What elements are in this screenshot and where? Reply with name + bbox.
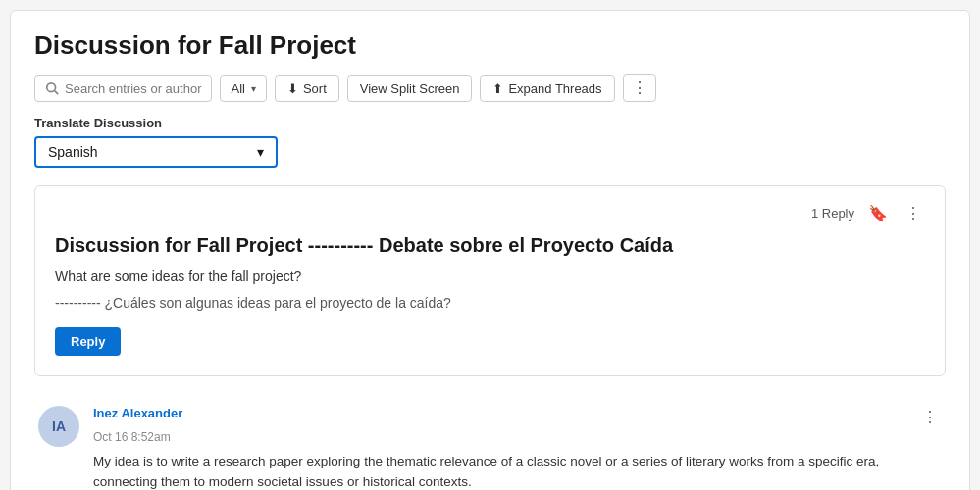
discussion-card-translation: ---------- ¿Cuáles son algunas ideas par…: [55, 293, 925, 314]
expand-threads-label: Expand Threads: [508, 81, 601, 96]
comment-item: IA Inez Alexander ⋮ Oct 16 8:52am My ide…: [34, 392, 946, 490]
more-options-button[interactable]: ⋮: [623, 74, 656, 102]
translate-section: Translate Discussion Spanish ▾: [34, 116, 946, 168]
comment-more-options-button[interactable]: ⋮: [918, 406, 942, 428]
card-header-row: 1 Reply 🔖 ⋮: [55, 202, 925, 224]
svg-line-1: [55, 91, 59, 95]
split-screen-label: View Split Screen: [360, 81, 460, 96]
comment-content: Inez Alexander ⋮ Oct 16 8:52am My idea i…: [93, 406, 942, 490]
toolbar: Search entries or author All ▾ ⬇ Sort Vi…: [34, 74, 946, 102]
expand-icon: ⬆: [492, 81, 503, 96]
translate-selected-language: Spanish: [48, 144, 98, 160]
search-box[interactable]: Search entries or author: [34, 75, 212, 102]
search-placeholder: Search entries or author: [65, 81, 201, 96]
translate-dropdown[interactable]: Spanish ▾: [34, 136, 278, 168]
filter-label: All: [231, 81, 244, 96]
comment-header: Inez Alexander ⋮: [93, 406, 942, 428]
comment-date: Oct 16 8:52am: [93, 430, 942, 444]
discussion-card-title: Discussion for Fall Project ---------- D…: [55, 234, 925, 257]
translate-label: Translate Discussion: [34, 116, 946, 130]
reply-button[interactable]: Reply: [55, 327, 121, 356]
search-icon: [45, 81, 59, 95]
page-container: Discussion for Fall Project Search entri…: [10, 10, 970, 490]
sort-icon: ⬇: [287, 81, 298, 96]
expand-threads-button[interactable]: ⬆ Expand Threads: [480, 75, 614, 102]
filter-dropdown[interactable]: All ▾: [220, 75, 266, 102]
reply-count: 1 Reply: [811, 206, 854, 220]
sort-label: Sort: [303, 81, 327, 96]
view-split-screen-button[interactable]: View Split Screen: [347, 75, 473, 102]
svg-point-0: [47, 83, 56, 92]
page-title: Discussion for Fall Project: [34, 30, 946, 61]
bookmark-button[interactable]: 🔖: [864, 202, 892, 224]
translate-chevron-down-icon: ▾: [257, 144, 264, 160]
discussion-card: 1 Reply 🔖 ⋮ Discussion for Fall Project …: [34, 185, 946, 376]
comment-text: My idea is to write a research paper exp…: [93, 452, 942, 490]
comment-author: Inez Alexander: [93, 406, 182, 420]
card-more-options-button[interactable]: ⋮: [902, 202, 925, 224]
chevron-down-icon: ▾: [251, 83, 256, 94]
discussion-card-body: What are some ideas for the fall project…: [55, 267, 925, 287]
avatar: IA: [38, 406, 79, 447]
sort-button[interactable]: ⬇ Sort: [275, 75, 339, 102]
